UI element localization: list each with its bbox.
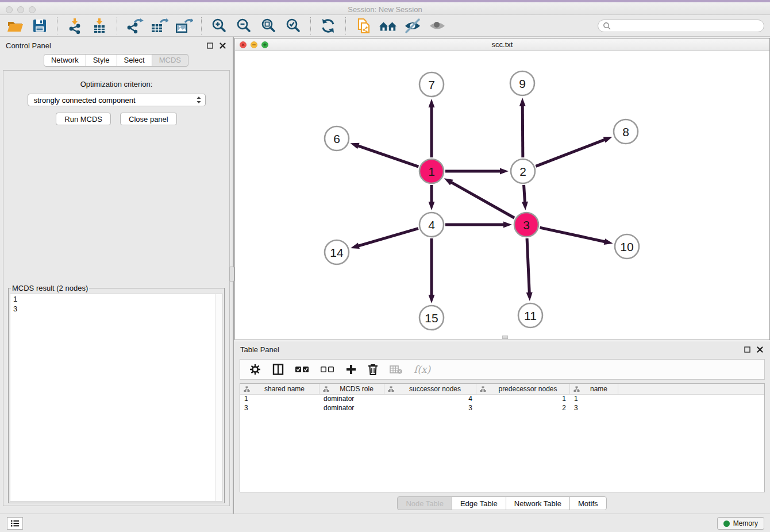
table-cell: dominator — [319, 395, 384, 404]
memory-button[interactable]: Memory — [717, 517, 764, 530]
zoom-in-icon[interactable] — [210, 17, 228, 34]
table-cell: 4 — [384, 395, 476, 404]
tab-edge-table[interactable]: Edge Table — [452, 496, 506, 510]
graph-edge-1-6[interactable] — [357, 145, 418, 167]
graph-edge-arrowhead — [603, 137, 613, 143]
column-hierarchy-icon — [480, 386, 486, 392]
tab-select[interactable]: Select — [117, 54, 152, 67]
node-table: shared nameMCDS rolesuccessor nodesprede… — [240, 383, 765, 492]
graph-edge-3-11[interactable] — [527, 238, 529, 294]
export-network-icon[interactable] — [125, 17, 144, 34]
graph-node-label: 14 — [330, 246, 344, 259]
column-header-label: name — [583, 385, 614, 393]
graph-node-label: 10 — [620, 240, 633, 253]
toolbar-separator — [57, 17, 57, 34]
table-header-row: shared nameMCDS rolesuccessor nodesprede… — [240, 384, 764, 395]
hide-selected-icon[interactable] — [403, 17, 422, 34]
graph-edge-2-9[interactable] — [522, 105, 523, 157]
graph-edge-2-8[interactable] — [536, 140, 605, 167]
graph-edge-3-10[interactable] — [540, 228, 605, 242]
graph-edge-arrowhead — [351, 143, 360, 149]
network-view-window: scc.txt 7968124314101511 — [234, 38, 770, 340]
refresh-icon[interactable] — [319, 17, 337, 34]
table-row[interactable]: 3dominator323 — [240, 404, 764, 413]
export-image-icon[interactable] — [175, 17, 193, 34]
close-table-panel-icon[interactable] — [755, 345, 764, 354]
deselect-all-icon[interactable] — [321, 366, 334, 373]
delete-table-icon — [390, 365, 402, 374]
graph-node-label: 11 — [524, 309, 537, 322]
canvas-splitter-grip[interactable] — [502, 336, 508, 339]
copy-network-icon[interactable] — [354, 17, 372, 34]
run-mcds-button[interactable]: Run MCDS — [56, 113, 111, 125]
column-header-shared-name[interactable]: shared name — [240, 384, 319, 394]
search-icon — [603, 22, 611, 30]
column-header-MCDS-role[interactable]: MCDS role — [319, 384, 384, 394]
task-history-button[interactable] — [7, 517, 23, 530]
show-columns-icon[interactable] — [272, 364, 284, 375]
float-panel-icon[interactable] — [205, 41, 214, 50]
column-header-predecessor-nodes[interactable]: predecessor nodes — [476, 384, 570, 394]
table-toolbar: f(x) — [240, 359, 765, 380]
graph-edge-2-3[interactable] — [524, 185, 525, 203]
table-row[interactable]: 1dominator411 — [240, 395, 764, 404]
float-table-panel-icon[interactable] — [742, 345, 752, 354]
import-network-icon[interactable] — [66, 17, 84, 34]
graph-node-label: 9 — [519, 77, 526, 90]
export-table-icon[interactable] — [150, 17, 168, 34]
graph-edge-arrowhead — [526, 292, 533, 301]
graph-edge-arrowhead — [519, 98, 526, 106]
zoom-selected-icon[interactable] — [284, 17, 302, 34]
add-column-icon[interactable] — [346, 364, 356, 375]
zoom-fit-icon[interactable] — [259, 17, 278, 34]
memory-label: Memory — [733, 519, 758, 527]
save-session-icon[interactable] — [30, 17, 49, 34]
table-settings-icon[interactable] — [249, 364, 261, 375]
search-box[interactable] — [598, 20, 764, 32]
control-panel-title: Control Panel — [6, 41, 202, 50]
close-panel-icon[interactable] — [218, 41, 227, 50]
column-header-name[interactable]: name — [570, 384, 618, 394]
network-window-titlebar[interactable]: scc.txt — [235, 38, 769, 51]
optimization-criterion-label: Optimization criterion: — [3, 80, 229, 88]
close-panel-button[interactable]: Close panel — [120, 113, 177, 125]
graph-edge-3-1[interactable] — [451, 182, 514, 218]
graph-node-label: 8 — [622, 125, 629, 138]
column-hierarchy-icon — [573, 386, 580, 392]
open-session-icon[interactable] — [6, 17, 24, 34]
optimization-criterion-select[interactable]: strongly connected component — [28, 94, 206, 106]
column-header-successor-nodes[interactable]: successor nodes — [384, 384, 476, 394]
tab-node-table[interactable]: Node Table — [397, 496, 452, 510]
delete-column-icon[interactable] — [368, 364, 378, 375]
search-input[interactable] — [614, 22, 759, 30]
table-cell: 3 — [570, 404, 618, 413]
zoom-out-icon[interactable] — [234, 17, 253, 34]
mcds-panel: Optimization criterion: strongly connect… — [3, 70, 230, 506]
import-table-icon[interactable] — [90, 17, 109, 34]
show-all-networks-icon[interactable] — [379, 17, 397, 34]
tab-style[interactable]: Style — [86, 54, 117, 67]
table-cell: 3 — [240, 404, 319, 413]
mcds-result-list[interactable]: 13 — [10, 294, 223, 502]
window-title: Session: New Session — [0, 5, 770, 14]
toolbar-separator — [117, 17, 117, 34]
tab-motifs[interactable]: Motifs — [569, 496, 607, 510]
network-canvas[interactable]: 7968124314101511 — [235, 51, 769, 340]
network-window-title: scc.txt — [235, 40, 769, 49]
graph-edge-4-14[interactable] — [357, 229, 418, 246]
function-builder-icon: f(x) — [414, 364, 430, 375]
show-selected-icon[interactable] — [428, 17, 446, 34]
tab-network-table[interactable]: Network Table — [506, 496, 570, 510]
table-cell: 1 — [570, 395, 618, 404]
status-bar: Memory — [0, 514, 770, 532]
column-header-label: MCDS role — [333, 385, 380, 393]
toolbar-separator — [201, 17, 202, 34]
select-all-icon[interactable] — [295, 366, 309, 373]
toolbar-separator — [345, 17, 346, 34]
result-scrollbar[interactable] — [215, 294, 222, 501]
tab-network[interactable]: Network — [44, 54, 86, 67]
graph-edge-arrowhead — [429, 295, 435, 303]
tab-mcds[interactable]: MCDS — [152, 54, 188, 67]
table-cell: 1 — [240, 395, 319, 404]
main-toolbar — [0, 15, 770, 37]
